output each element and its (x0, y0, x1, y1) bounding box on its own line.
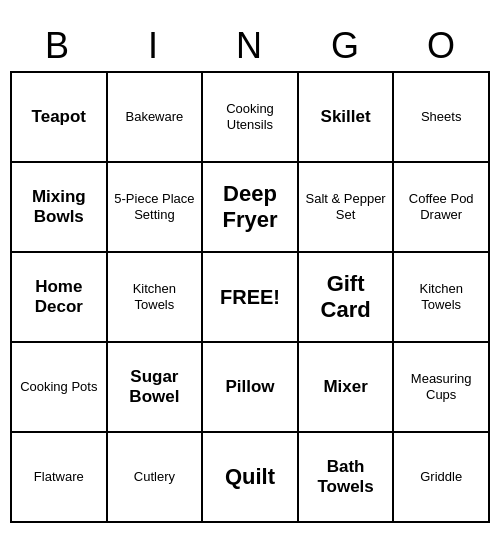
bingo-card: BINGO TeapotBakewareCooking UtensilsSkil… (10, 21, 490, 523)
cell-2-2: FREE! (203, 253, 299, 343)
cell-4-1: Cutlery (108, 433, 204, 523)
header-letter: G (298, 21, 394, 71)
cell-0-3: Skillet (299, 73, 395, 163)
bingo-header: BINGO (10, 21, 490, 71)
cell-4-0: Flatware (12, 433, 108, 523)
cell-2-4: Kitchen Towels (394, 253, 490, 343)
cell-2-3: Gift Card (299, 253, 395, 343)
cell-4-2: Quilt (203, 433, 299, 523)
cell-0-1: Bakeware (108, 73, 204, 163)
cell-1-3: Salt & Pepper Set (299, 163, 395, 253)
cell-3-4: Measuring Cups (394, 343, 490, 433)
cell-2-1: Kitchen Towels (108, 253, 204, 343)
cell-3-2: Pillow (203, 343, 299, 433)
cell-4-4: Griddle (394, 433, 490, 523)
cell-1-4: Coffee Pod Drawer (394, 163, 490, 253)
header-letter: N (202, 21, 298, 71)
header-letter: B (10, 21, 106, 71)
cell-1-2: Deep Fryer (203, 163, 299, 253)
cell-4-3: Bath Towels (299, 433, 395, 523)
cell-1-1: 5-Piece Place Setting (108, 163, 204, 253)
cell-1-0: Mixing Bowls (12, 163, 108, 253)
cell-3-0: Cooking Pots (12, 343, 108, 433)
cell-0-0: Teapot (12, 73, 108, 163)
header-letter: I (106, 21, 202, 71)
cell-3-1: Sugar Bowel (108, 343, 204, 433)
cell-0-2: Cooking Utensils (203, 73, 299, 163)
cell-0-4: Sheets (394, 73, 490, 163)
cell-2-0: Home Decor (12, 253, 108, 343)
cell-3-3: Mixer (299, 343, 395, 433)
bingo-grid: TeapotBakewareCooking UtensilsSkilletShe… (10, 71, 490, 523)
header-letter: O (394, 21, 490, 71)
